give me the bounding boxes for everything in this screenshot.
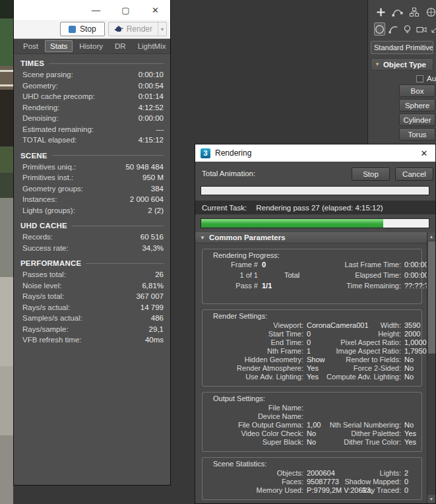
param-label: Time Remaining: <box>307 282 401 290</box>
hierarchy-icon <box>409 7 420 17</box>
param-label: Nth Frame: <box>206 347 303 355</box>
param-value: 3590 <box>404 321 420 329</box>
maximize-icon: ▢ <box>121 5 129 15</box>
common-parameters-area: ▼ Common Parameters Rendering Progress: … <box>195 232 435 503</box>
plus-icon <box>376 7 386 17</box>
stats-row: Geometry groups:384 <box>20 183 164 195</box>
param-value: 0 <box>404 478 408 486</box>
stat-label: Geometry groups: <box>22 183 83 195</box>
group-caption: Rendering Progress: <box>213 251 418 261</box>
tab-dr[interactable]: DR <box>109 40 131 52</box>
param-label: Super Black: <box>206 438 303 446</box>
cylinder-button[interactable]: Cylinder <box>399 113 435 126</box>
stats-row: Estimated remaining:--- <box>20 124 164 135</box>
tab-hierarchy[interactable] <box>409 6 420 18</box>
param-label: Objects: <box>206 469 303 477</box>
stop-render-button[interactable]: Stop <box>60 22 105 36</box>
tab-lightmix[interactable]: LightMix <box>133 40 171 52</box>
vfb-window: — ▢ ✕ Stop Render ▾ Post Stats History D… <box>13 0 171 486</box>
scrollbar-thumb[interactable] <box>428 241 435 354</box>
param-row: Hidden Geometry:ShowRender to Fields:No <box>206 356 418 364</box>
box-button[interactable]: Box <box>399 84 435 97</box>
stat-value: 0:01:14 <box>139 91 164 102</box>
param-label: Height: <box>307 330 401 338</box>
common-parameters-rollout[interactable]: ▼ Common Parameters <box>195 232 427 243</box>
dialog-close-button[interactable]: ✕ <box>413 144 435 162</box>
primitives-dropdown-value: Standard Primitives <box>374 44 433 51</box>
autogrid-checkbox[interactable] <box>416 75 423 82</box>
stat-label: Scene parsing: <box>22 69 73 80</box>
dialog-cancel-button[interactable]: Cancel <box>395 168 433 181</box>
param-row: Render Atmosphere:YesForce 2-Sided:No <box>206 364 418 373</box>
param-label: Pixel Aspect Ratio: <box>307 338 401 346</box>
motion-wheel-icon <box>426 7 436 17</box>
param-value: No <box>404 356 414 363</box>
stat-value: --- <box>156 124 164 135</box>
tab-modify[interactable] <box>392 6 403 18</box>
maximize-button[interactable]: ▢ <box>111 0 140 20</box>
stats-row: Lights (groups):2 (2) <box>20 205 164 216</box>
3dsmax-app-icon: 3 <box>201 148 210 158</box>
stat-label: Primitives uniq.: <box>22 162 76 173</box>
section-divider <box>72 226 164 226</box>
rendering-dialog-body: Total Animation: Stop Cancel Current Tas… <box>195 162 435 503</box>
tab-history[interactable]: History <box>74 40 108 52</box>
param-label: Dither True Color: <box>307 438 401 446</box>
dialog-scrollbar[interactable]: ▲ ▼ <box>427 232 435 503</box>
stat-label: Rendering: <box>22 102 59 113</box>
tab-motion[interactable] <box>425 6 436 18</box>
tab-post[interactable]: Post <box>18 40 44 52</box>
stat-label: Geometry: <box>22 80 58 92</box>
stat-label: Lights (groups): <box>22 205 75 216</box>
category-shapes[interactable] <box>388 22 399 36</box>
param-label: Dither Paletted: <box>307 429 401 437</box>
stat-value: 50 948 484 <box>125 162 164 173</box>
primitives-dropdown[interactable]: Standard Primitives ▾ <box>371 41 433 54</box>
category-helpers[interactable] <box>430 22 436 36</box>
stats-row: Passes total:26 <box>20 269 164 280</box>
param-label: Compute Adv. Lighting: <box>307 373 401 381</box>
category-lights[interactable] <box>402 22 413 36</box>
create-category-bar <box>368 21 436 38</box>
stat-label: Passes total: <box>22 269 66 280</box>
stat-value: 29,1 <box>149 324 164 335</box>
stats-panel: TIMES Scene parsing:0:00:10 Geometry:0:0… <box>14 54 170 485</box>
stat-value: 4:15:12 <box>139 135 164 146</box>
tab-create[interactable] <box>375 6 386 18</box>
torus-button[interactable]: Torus <box>399 128 435 141</box>
stats-row: Records:60 516 <box>20 232 164 243</box>
close-button[interactable]: ✕ <box>140 0 170 20</box>
param-label: Width: <box>307 321 401 329</box>
tab-stats[interactable]: Stats <box>45 40 73 52</box>
output-settings-group: Output Settings: File Name: Device Name:… <box>202 392 422 452</box>
stat-label: VFB refresh time: <box>22 334 81 346</box>
window-frame-decor <box>0 84 13 86</box>
rendering-progress-group: Rendering Progress: Frame # 0 Last Frame… <box>202 249 422 304</box>
render-button[interactable]: Render ▾ <box>108 22 167 36</box>
render-dropdown-arrow-icon[interactable]: ▾ <box>158 22 166 36</box>
param-label: File Name: <box>206 404 303 412</box>
stats-row: UHD cache precomp:0:01:14 <box>20 91 164 102</box>
param-row: End Time:0Pixel Aspect Ratio:1,00000 <box>206 338 418 347</box>
stats-row: Samples/s actual:486 <box>20 313 164 324</box>
param-row: Objects:2000604Lights:2 <box>206 469 418 478</box>
rendered-image-strip <box>0 0 13 504</box>
param-row: File Name: <box>206 404 418 412</box>
minimize-button[interactable]: — <box>81 0 111 20</box>
object-type-rollout-header[interactable]: ▼ Object Type <box>371 58 433 71</box>
category-cameras[interactable] <box>416 22 427 36</box>
scroll-down-icon[interactable]: ▼ <box>427 495 436 503</box>
param-row: File Output Gamma:1,00Nth Serial Numberi… <box>206 421 418 429</box>
param-row: Start Time:0Height:2000 <box>206 330 418 338</box>
rendering-dialog-titlebar: 3 Rendering ✕ <box>195 144 435 162</box>
sphere-button[interactable]: Sphere <box>399 99 435 111</box>
common-parameters-title: Common Parameters <box>209 234 286 241</box>
render-settings-group: Render Settings: Viewport:CoronaCamera00… <box>202 309 422 387</box>
group-caption: Scene Statistics: <box>213 459 418 469</box>
dialog-stop-button[interactable]: Stop <box>352 168 390 181</box>
scroll-up-icon[interactable]: ▲ <box>427 232 436 241</box>
category-geometry[interactable] <box>374 22 385 36</box>
render-button-label: Render <box>127 24 152 34</box>
stat-label: Rays/s total: <box>22 291 64 302</box>
stat-value: 34,3% <box>142 243 164 254</box>
